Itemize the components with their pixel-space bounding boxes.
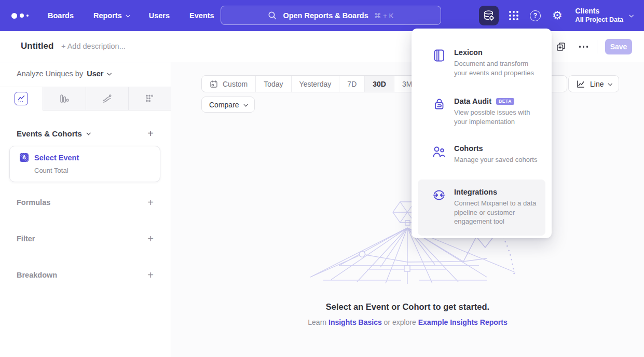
- data-management-menu: Lexicon Document and transform your even…: [412, 29, 552, 238]
- search-shortcut: ⌘ + K: [374, 11, 394, 20]
- range-custom[interactable]: Custom: [202, 76, 255, 92]
- divider: [597, 40, 597, 53]
- data-management-button[interactable]: [479, 6, 499, 25]
- duplicate-report-button[interactable]: [556, 42, 566, 52]
- org-name: Clients: [576, 7, 623, 16]
- tab-line-chart[interactable]: [0, 87, 43, 111]
- range-30d-selected[interactable]: 30D: [364, 76, 394, 92]
- chevron-down-icon: [107, 71, 112, 75]
- integrations-sync-icon: [432, 188, 446, 202]
- nav-right-cluster: ? ⚙ Clients All Project Data: [479, 0, 644, 31]
- chart-style-dropdown[interactable]: Line: [568, 75, 619, 92]
- nav-item-events[interactable]: Events: [189, 11, 214, 20]
- event-series-badge: A: [20, 153, 29, 162]
- menu-item-integrations[interactable]: Integrations Connect Mixpanel to a data …: [418, 180, 545, 236]
- filter-label: Filter: [17, 235, 35, 243]
- menu-item-data-audit[interactable]: Data Audit BETA View possible issues wit…: [418, 92, 545, 131]
- select-event-label[interactable]: Select Event: [34, 154, 79, 162]
- line-chart-icon: [15, 92, 28, 105]
- help-icon: ?: [533, 12, 537, 19]
- chevron-down-icon: [126, 13, 130, 17]
- chevron-down-icon: [243, 102, 248, 106]
- report-canvas: Custom Today Yesterday 7D 30D 3M 6M Comp…: [171, 62, 644, 357]
- help-button[interactable]: ?: [530, 10, 541, 21]
- bar-chart-icon: [59, 93, 70, 104]
- add-event-button[interactable]: +: [147, 128, 154, 139]
- add-filter-button[interactable]: +: [147, 234, 154, 244]
- range-7d[interactable]: 7D: [339, 76, 364, 92]
- global-search-input[interactable]: Open Reports & Boards ⌘ + K: [221, 6, 441, 25]
- settings-button[interactable]: ⚙: [552, 10, 563, 21]
- analyze-label: Analyze Uniques by: [17, 70, 83, 78]
- nav-links: Boards Reports Users Events: [48, 11, 214, 20]
- header-actions: Save: [556, 31, 633, 62]
- formulas-label: Formulas: [17, 198, 50, 207]
- lexicon-book-icon: [432, 48, 446, 63]
- chevron-down-icon: [608, 81, 612, 86]
- top-nav: Boards Reports Users Events Open Reports…: [0, 0, 644, 31]
- beta-badge: BETA: [496, 98, 514, 105]
- example-insights-reports-link[interactable]: Example Insights Reports: [418, 318, 508, 326]
- chart-type-tabs: [0, 87, 171, 111]
- database-gear-icon: [483, 9, 495, 22]
- date-range-control: Custom Today Yesterday 7D 30D 3M 6M: [201, 75, 447, 92]
- event-card[interactable]: A Select Event Count Total: [9, 146, 160, 182]
- nav-item-boards[interactable]: Boards: [48, 11, 74, 20]
- project-selector[interactable]: Clients All Project Data: [576, 7, 633, 24]
- cohorts-users-icon: [432, 144, 446, 159]
- filter-section: Filter +: [17, 234, 154, 244]
- nav-item-reports[interactable]: Reports: [93, 11, 129, 20]
- empty-state-links: Learn Insights Basics or explore Example…: [171, 318, 644, 326]
- chevron-down-icon: [629, 13, 633, 17]
- breakdown-section: Breakdown +: [17, 270, 154, 280]
- analyze-row: Analyze Uniques by User: [17, 70, 111, 78]
- range-yesterday[interactable]: Yesterday: [291, 76, 339, 92]
- copy-icon: [556, 42, 566, 52]
- line-chart-icon: [576, 79, 585, 89]
- gear-icon: ⚙: [552, 9, 563, 22]
- chevron-down-icon: [86, 131, 90, 135]
- data-audit-icon: [432, 97, 446, 112]
- report-title[interactable]: Untitled: [21, 41, 53, 51]
- project-name: All Project Data: [576, 16, 623, 24]
- query-builder-sidebar: Analyze Uniques by User: [0, 62, 171, 357]
- or-explore-text: or explore: [384, 318, 416, 326]
- empty-state-title: Select an Event or Cohort to get started…: [171, 302, 644, 312]
- formulas-section: Formulas +: [17, 197, 154, 208]
- tab-flow-chart[interactable]: [86, 87, 128, 111]
- menu-item-cohorts[interactable]: Cohorts Manage your saved cohorts: [418, 139, 545, 170]
- events-cohorts-dropdown[interactable]: Events & Cohorts: [17, 129, 90, 138]
- learn-prefix: Learn: [308, 318, 326, 326]
- apps-grid-button[interactable]: [509, 11, 518, 20]
- search-placeholder: Open Reports & Boards: [283, 11, 368, 20]
- analyze-by-dropdown[interactable]: User: [87, 70, 111, 78]
- compare-dropdown[interactable]: Compare: [201, 97, 255, 113]
- more-options-button[interactable]: [579, 46, 588, 48]
- range-today[interactable]: Today: [255, 76, 291, 92]
- save-button[interactable]: Save: [605, 39, 632, 54]
- mixpanel-logo-icon[interactable]: [11, 13, 29, 19]
- add-formula-button[interactable]: +: [147, 197, 154, 208]
- calendar-icon: [210, 80, 218, 88]
- count-total-dropdown[interactable]: Count Total: [34, 167, 160, 174]
- breakdown-label: Breakdown: [17, 271, 57, 279]
- insights-basics-link[interactable]: Insights Basics: [328, 318, 382, 326]
- scatter-chart-icon: [144, 93, 155, 104]
- flow-chart-icon: [102, 93, 112, 104]
- nav-item-users[interactable]: Users: [149, 11, 170, 20]
- events-cohorts-header: Events & Cohorts +: [17, 128, 154, 139]
- add-description-field[interactable]: + Add description...: [61, 42, 126, 50]
- tab-bar-chart[interactable]: [43, 87, 85, 111]
- add-breakdown-button[interactable]: +: [147, 270, 154, 280]
- menu-item-lexicon[interactable]: Lexicon Document and transform your even…: [418, 43, 545, 83]
- search-icon: [268, 11, 277, 20]
- tab-scatter-chart[interactable]: [128, 87, 171, 111]
